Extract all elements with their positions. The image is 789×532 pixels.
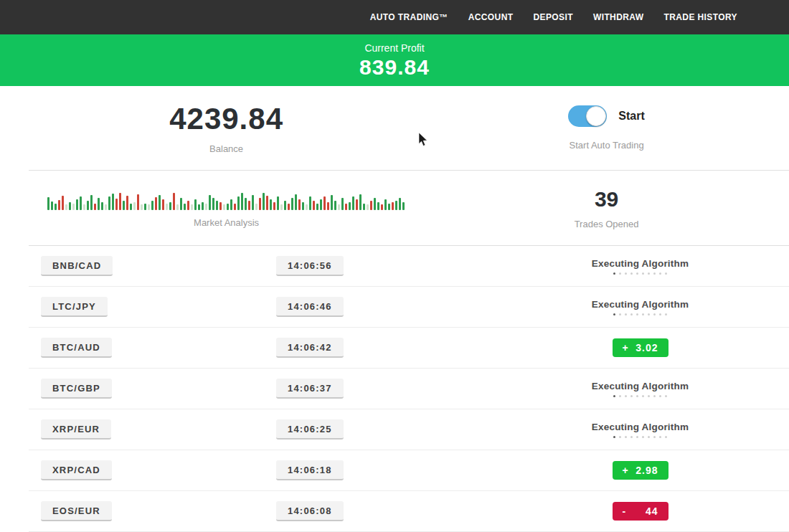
progress-dot xyxy=(642,436,644,438)
chart-bar xyxy=(51,201,53,210)
chart-bar xyxy=(384,199,387,210)
executing-label: Executing Algorithm xyxy=(592,381,689,391)
status-cell: +3.02 xyxy=(491,338,789,357)
chart-bar xyxy=(399,198,401,210)
chart-bar xyxy=(144,204,146,210)
chart-bar xyxy=(370,201,372,210)
progress-dot xyxy=(648,272,650,275)
chart-bar xyxy=(377,202,379,210)
badge-sign: - xyxy=(623,505,627,517)
chart-bar xyxy=(331,195,333,210)
chart-bar xyxy=(392,202,394,210)
trades-opened-block: 39 Trades Opened xyxy=(424,171,789,245)
chart-bar xyxy=(309,196,311,210)
chart-bar xyxy=(87,201,89,210)
nav-item-auto-trading[interactable]: AUTO TRADING™ xyxy=(370,12,448,22)
chart-bar xyxy=(245,198,247,210)
badge-sign: + xyxy=(623,465,629,476)
nav-item-deposit[interactable]: DEPOSIT xyxy=(533,12,572,22)
table-row: LTC/JPY 14:06:46 Executing Algorithm xyxy=(29,287,789,328)
pair-pill[interactable]: BTC/GBP xyxy=(41,379,112,399)
executing-status: Executing Algorithm xyxy=(592,381,689,397)
time-pill: 14:06:08 xyxy=(276,501,344,521)
chart-bar xyxy=(65,204,67,210)
chart-bar xyxy=(90,195,93,210)
pair-pill[interactable]: EOS/EUR xyxy=(41,501,112,521)
chart-bar xyxy=(212,198,214,210)
nav-item-trade-history[interactable]: TRADE HISTORY xyxy=(663,12,737,22)
stats-bottom-row: Market Analysis 39 Trades Opened xyxy=(29,170,789,245)
chart-bar xyxy=(356,199,358,210)
chart-bar xyxy=(241,193,243,210)
trades-table: BNB/CAD 14:06:56 Executing Algorithm LTC… xyxy=(29,245,789,532)
chart-bar xyxy=(313,201,315,210)
pair-pill[interactable]: BTC/AUD xyxy=(41,338,112,358)
time-pill: 14:06:56 xyxy=(276,256,344,276)
time-pill: 14:06:25 xyxy=(276,419,344,440)
chart-bar xyxy=(252,195,254,210)
chart-bar xyxy=(83,204,85,210)
pair-pill[interactable]: LTC/JPY xyxy=(41,297,108,317)
chart-bar xyxy=(133,202,136,210)
chart-bar xyxy=(184,204,186,210)
chart-bar xyxy=(191,204,193,210)
progress-dot xyxy=(613,313,615,315)
auto-trading-toggle[interactable] xyxy=(568,105,607,127)
pair-pill[interactable]: XRP/EUR xyxy=(41,419,111,440)
chart-bar xyxy=(194,199,197,210)
chart-bar xyxy=(101,202,103,210)
chart-bar xyxy=(69,202,71,210)
chart-bar xyxy=(367,204,369,210)
result-badge-profit: +2.98 xyxy=(613,461,668,480)
chart-bar xyxy=(320,199,322,210)
chart-bar xyxy=(306,204,308,210)
chart-bar xyxy=(166,204,168,210)
chart-bar xyxy=(105,204,107,210)
pair-pill[interactable]: BNB/CAD xyxy=(41,256,113,276)
main-content: 4239.84 Balance Start Start Auto Trading… xyxy=(0,86,789,532)
chart-bar xyxy=(352,196,354,210)
progress-dot xyxy=(648,313,650,315)
time-pill: 14:06:42 xyxy=(276,338,344,358)
chart-bar xyxy=(112,194,114,210)
badge-value: 3.02 xyxy=(636,342,658,353)
chart-bar xyxy=(381,204,383,210)
chart-bar xyxy=(323,196,326,210)
chart-bar xyxy=(198,204,200,210)
chart-bar xyxy=(259,198,261,210)
table-row: BNB/CAD 14:06:56 Executing Algorithm xyxy=(29,246,789,287)
balance-label: Balance xyxy=(209,143,243,154)
time-pill: 14:06:18 xyxy=(276,460,344,480)
executing-progress-dots xyxy=(592,313,689,315)
chart-bar xyxy=(55,204,57,210)
market-analysis-chart xyxy=(47,189,406,210)
progress-dot xyxy=(625,436,627,438)
nav-item-withdraw[interactable]: WITHDRAW xyxy=(593,12,644,22)
nav-item-account[interactable]: ACCOUNT xyxy=(468,12,514,22)
table-row: XRP/EUR 14:06:25 Executing Algorithm xyxy=(29,409,789,450)
executing-status: Executing Algorithm xyxy=(592,258,689,275)
chart-bar xyxy=(273,202,275,210)
chart-bar xyxy=(47,197,49,210)
progress-dot xyxy=(653,313,656,315)
chart-bar xyxy=(284,201,286,210)
executing-label: Executing Algorithm xyxy=(592,258,689,269)
progress-dot xyxy=(625,313,627,315)
chart-bar xyxy=(155,197,157,210)
progress-dot xyxy=(659,272,661,275)
status-cell: -44 xyxy=(491,502,789,521)
chart-bar xyxy=(345,204,347,210)
trades-opened-value: 39 xyxy=(595,187,618,212)
progress-dot xyxy=(653,436,656,438)
chart-bar xyxy=(76,199,78,210)
executing-status: Executing Algorithm xyxy=(592,422,689,438)
progress-dot xyxy=(648,395,650,397)
chart-bar xyxy=(173,193,175,210)
trades-opened-label: Trades Opened xyxy=(575,219,639,229)
stats-top-row: 4239.84 Balance Start Start Auto Trading xyxy=(29,86,789,170)
progress-dot xyxy=(659,436,661,438)
chart-bar xyxy=(295,194,297,210)
chart-bar xyxy=(202,202,204,210)
chart-bar xyxy=(80,196,82,210)
pair-pill[interactable]: XRP/CAD xyxy=(41,460,112,480)
